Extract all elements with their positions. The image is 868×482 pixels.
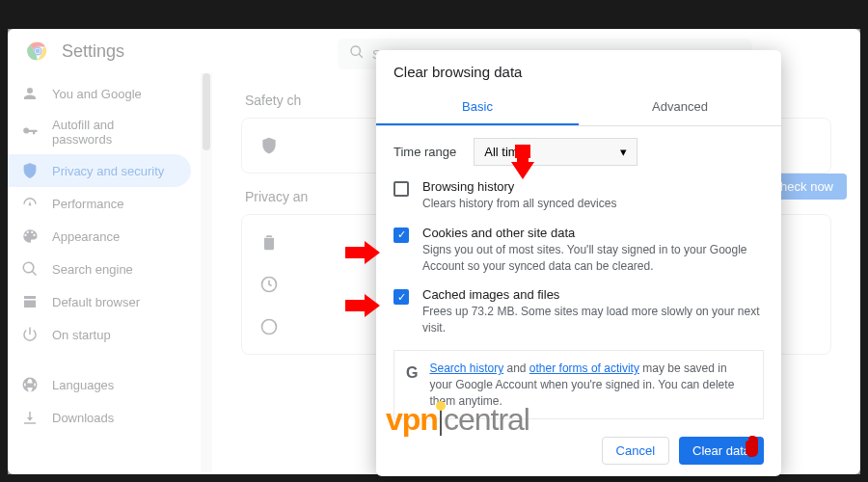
annotation-cursor-icon: [345, 241, 384, 268]
sidebar-item-you-and-google[interactable]: You and Google: [8, 77, 191, 110]
cookie-icon: [259, 317, 279, 336]
sidebar-item-privacy[interactable]: Privacy and security: [8, 154, 191, 187]
power-icon: [21, 326, 39, 343]
sidebar-item-label: You and Google: [52, 87, 142, 101]
tune-icon: [259, 275, 279, 294]
sidebar-item-performance[interactable]: Performance: [8, 187, 191, 220]
dialog-tabs: Basic Advanced: [376, 90, 781, 126]
annotation-cursor-icon: [741, 436, 770, 476]
search-icon: [349, 44, 365, 64]
sidebar-item-label: Downloads: [52, 411, 114, 425]
watermark: vpncentral: [386, 402, 529, 438]
sidebar-item-languages[interactable]: Languages: [8, 368, 191, 401]
sidebar: You and Google Autofill and passwords Pr…: [8, 73, 201, 472]
svg-point-5: [262, 320, 277, 335]
browser-icon: [21, 293, 39, 310]
sidebar-item-label: On startup: [52, 328, 111, 342]
sidebar-item-appearance[interactable]: Appearance: [8, 220, 191, 253]
browsing-history-row[interactable]: Browsing history Clears history from all…: [393, 179, 764, 212]
cookies-checkbox[interactable]: [393, 228, 409, 243]
cookies-row[interactable]: Cookies and other site data Signs you ou…: [393, 226, 764, 275]
sidebar-item-autofill[interactable]: Autofill and passwords: [8, 110, 191, 154]
sidebar-item-label: Search engine: [52, 262, 133, 277]
time-range-label: Time range: [393, 145, 456, 159]
other-activity-link[interactable]: other forms of activity: [529, 362, 639, 375]
caret-down-icon: ▾: [620, 145, 627, 159]
cached-row[interactable]: Cached images and files Frees up 73.2 MB…: [393, 287, 764, 336]
sidebar-item-downloads[interactable]: Downloads: [8, 401, 191, 434]
cancel-button[interactable]: Cancel: [602, 437, 669, 465]
sidebar-item-search-engine[interactable]: Search engine: [8, 253, 191, 285]
tab-basic[interactable]: Basic: [376, 90, 579, 125]
sidebar-item-label: Appearance: [52, 229, 120, 244]
annotation-cursor-icon: [511, 145, 542, 187]
search-icon: [21, 260, 39, 278]
person-icon: [21, 85, 39, 102]
page-title: Settings: [62, 41, 124, 62]
speedometer-icon: [21, 195, 39, 212]
sidebar-scrollbar[interactable]: [201, 73, 212, 472]
sidebar-item-label: Default browser: [52, 295, 140, 309]
dialog-title: Clear browsing data: [376, 50, 781, 90]
annotation-cursor-icon: [345, 294, 384, 321]
google-g-icon: G: [406, 362, 418, 384]
time-range-dropdown[interactable]: All time ▾: [474, 138, 637, 166]
globe-icon: [21, 376, 39, 393]
shield-icon: [21, 162, 39, 179]
check-title: Cookies and other site data: [422, 226, 764, 240]
sidebar-item-label: Autofill and passwords: [52, 118, 177, 147]
sidebar-item-on-startup[interactable]: On startup: [8, 318, 191, 351]
tab-advanced[interactable]: Advanced: [579, 90, 781, 125]
download-icon: [21, 409, 39, 426]
browsing-history-checkbox[interactable]: [393, 181, 409, 197]
sidebar-item-default-browser[interactable]: Default browser: [8, 285, 191, 318]
check-subtitle: Signs you out of most sites. You'll stay…: [422, 242, 764, 275]
sidebar-item-label: Languages: [52, 378, 114, 392]
svg-point-3: [36, 49, 41, 54]
check-title: Cached images and files: [422, 287, 764, 302]
chrome-logo-icon: [27, 40, 48, 62]
sidebar-item-label: Performance: [52, 197, 123, 211]
cached-checkbox[interactable]: [393, 289, 409, 305]
check-subtitle: Frees up 73.2 MB. Some sites may load mo…: [422, 304, 764, 336]
check-subtitle: Clears history from all synced devices: [422, 196, 616, 212]
key-icon: [21, 123, 39, 141]
shield-check-icon: [259, 136, 279, 155]
sidebar-item-label: Privacy and security: [52, 164, 164, 178]
trash-icon: [259, 232, 279, 252]
svg-rect-7: [750, 436, 754, 445]
palette-icon: [21, 228, 39, 245]
search-history-link[interactable]: Search history: [429, 362, 503, 375]
